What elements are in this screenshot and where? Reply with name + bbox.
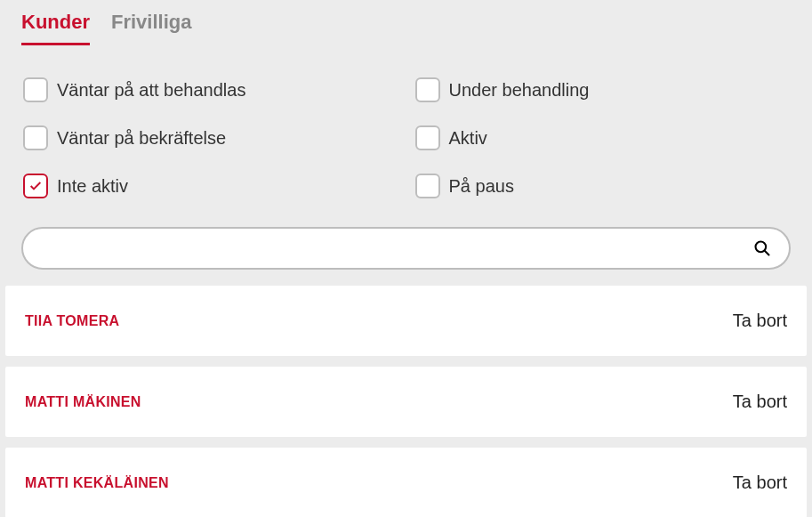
checkbox[interactable]	[415, 125, 440, 150]
filter-label: Inte aktiv	[57, 176, 128, 197]
filter-group: Väntar på att behandlas Under behandling…	[0, 45, 812, 220]
filter-label: Under behandling	[449, 80, 590, 101]
list-item[interactable]: MATTI MÄKINEN Ta bort	[5, 367, 807, 437]
filter-paused[interactable]: På paus	[415, 174, 790, 198]
search-field	[21, 227, 791, 270]
filter-label: Aktiv	[449, 128, 487, 149]
check-icon	[28, 179, 43, 193]
remove-button[interactable]: Ta bort	[733, 473, 787, 493]
filter-label: Väntar på bekräftelse	[57, 128, 226, 149]
checkbox[interactable]	[415, 174, 440, 198]
filter-under-process[interactable]: Under behandling	[415, 77, 790, 102]
checkbox[interactable]	[23, 174, 48, 198]
tab-kunder[interactable]: Kunder	[21, 11, 90, 45]
list-item[interactable]: TIIA TOMERA Ta bort	[5, 286, 807, 356]
checkbox[interactable]	[23, 77, 48, 102]
search-icon[interactable]	[753, 239, 771, 257]
svg-line-1	[765, 251, 769, 255]
filter-waiting-process[interactable]: Väntar på att behandlas	[23, 77, 398, 102]
search-input[interactable]	[23, 229, 789, 268]
filter-waiting-confirm[interactable]: Väntar på bekräftelse	[23, 125, 398, 150]
remove-button[interactable]: Ta bort	[733, 392, 787, 412]
checkbox[interactable]	[23, 125, 48, 150]
results-list: TIIA TOMERA Ta bort MATTI MÄKINEN Ta bor…	[0, 286, 812, 517]
person-name: TIIA TOMERA	[25, 313, 119, 329]
filter-not-active[interactable]: Inte aktiv	[23, 174, 398, 198]
search-container	[0, 220, 812, 286]
list-item[interactable]: MATTI KEKÄLÄINEN Ta bort	[5, 448, 807, 517]
tabs: Kunder Frivilliga	[0, 0, 812, 45]
filter-label: På paus	[449, 176, 514, 197]
person-name: MATTI KEKÄLÄINEN	[25, 475, 169, 491]
filter-label: Väntar på att behandlas	[57, 80, 245, 101]
person-name: MATTI MÄKINEN	[25, 394, 141, 410]
remove-button[interactable]: Ta bort	[733, 311, 787, 331]
checkbox[interactable]	[415, 77, 440, 102]
filter-active[interactable]: Aktiv	[415, 125, 790, 150]
tab-frivilliga[interactable]: Frivilliga	[111, 11, 191, 45]
